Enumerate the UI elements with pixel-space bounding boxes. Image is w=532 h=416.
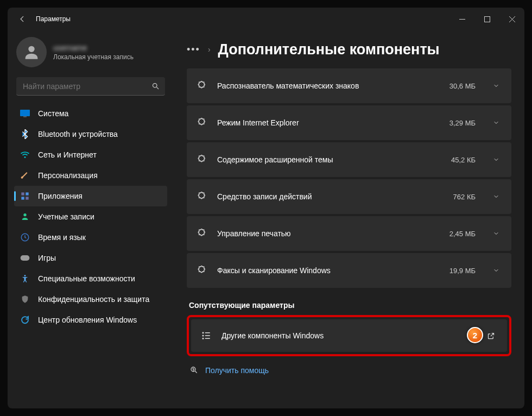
svg-point-16 <box>202 332 204 333</box>
more-windows-components[interactable]: Другие компоненты Windows <box>191 319 507 352</box>
sidebar-item-label: Bluetooth и устройства <box>38 130 118 138</box>
component-label: Средство записи действий <box>217 192 444 201</box>
component-size: 19,9 МБ <box>449 267 476 275</box>
sidebar-item-8[interactable]: Специальные возможности <box>14 268 167 289</box>
sidebar-item-label: Время и язык <box>38 233 86 242</box>
svg-rect-1 <box>484 16 490 22</box>
svg-point-18 <box>202 335 204 336</box>
svg-line-4 <box>156 87 159 89</box>
svg-point-2 <box>28 46 34 52</box>
sidebar-item-6[interactable]: Время и язык <box>14 227 167 248</box>
bluetooth-icon <box>20 129 30 140</box>
svg-rect-8 <box>21 192 24 195</box>
sidebar-item-9[interactable]: Конфиденциальность и защита <box>14 289 167 310</box>
account-name: username <box>53 43 134 52</box>
brush-icon <box>20 170 30 181</box>
settings-window: Параметры username Локальная учетная зап… <box>8 8 524 408</box>
svg-rect-11 <box>26 197 28 199</box>
annotation-badge: 2 <box>467 327 483 343</box>
component-row[interactable]: Режим Internet Explorer 3,29 МБ <box>187 105 511 140</box>
sidebar: username Локальная учетная запись Систем… <box>8 30 174 408</box>
sidebar-item-label: Учетные записи <box>38 212 94 221</box>
sidebar-item-label: Сеть и Интернет <box>38 150 97 159</box>
back-button[interactable] <box>14 15 30 23</box>
breadcrumb-more[interactable]: ••• <box>187 44 200 55</box>
puzzle-icon <box>197 265 207 276</box>
accessibility-icon <box>20 273 30 284</box>
sidebar-item-2[interactable]: Сеть и Интернет <box>14 144 167 165</box>
component-size: 762 КБ <box>453 193 476 201</box>
component-size: 3,29 МБ <box>449 119 476 127</box>
svg-point-15 <box>24 275 26 276</box>
chevron-down-icon <box>493 230 499 237</box>
sidebar-item-label: Конфиденциальность и защита <box>38 295 149 304</box>
sidebar-item-label: Игры <box>38 254 56 262</box>
app-title: Параметры <box>36 15 71 23</box>
help-icon <box>190 366 199 375</box>
maximize-button[interactable] <box>474 8 499 30</box>
puzzle-icon <box>197 228 207 239</box>
component-size: 45,2 КБ <box>451 156 476 164</box>
system-icon <box>20 108 30 119</box>
window-controls <box>449 8 524 30</box>
account-block[interactable]: username Локальная учетная запись <box>11 33 170 75</box>
svg-point-7 <box>24 156 26 158</box>
apps-icon <box>20 191 30 201</box>
chevron-down-icon <box>493 267 499 274</box>
clock-globe-icon <box>20 232 30 243</box>
sidebar-item-1[interactable]: Bluetooth и устройства <box>14 124 167 144</box>
search-icon <box>151 82 160 90</box>
minimize-button[interactable] <box>449 8 474 30</box>
annotation-highlight: Другие компоненты Windows 2 <box>187 315 511 356</box>
component-label: Управление печатью <box>217 229 440 238</box>
component-row[interactable]: Управление печатью 2,45 МБ <box>187 216 511 251</box>
chevron-down-icon <box>493 119 499 126</box>
component-row[interactable]: Распознаватель математических знаков 30,… <box>187 68 511 103</box>
search-field[interactable] <box>23 82 151 91</box>
svg-rect-10 <box>21 197 24 199</box>
puzzle-icon <box>197 191 207 202</box>
svg-point-12 <box>23 213 26 216</box>
nav: СистемаBluetooth и устройстваСеть и Инте… <box>11 103 170 330</box>
gamepad-icon <box>20 253 30 263</box>
component-label: Содержимое расширенной темы <box>217 155 441 164</box>
sidebar-item-label: Система <box>38 109 68 118</box>
sidebar-item-label: Центр обновления Windows <box>38 316 137 324</box>
related-section-title: Сопутствующие параметры <box>189 301 511 310</box>
component-size: 2,45 МБ <box>449 230 476 238</box>
component-row[interactable]: Факсы и сканирование Windows 19,9 МБ <box>187 253 511 288</box>
sidebar-item-4[interactable]: Приложения <box>14 186 167 206</box>
sidebar-item-5[interactable]: Учетные записи <box>14 206 167 227</box>
svg-rect-9 <box>26 192 28 195</box>
sidebar-item-7[interactable]: Игры <box>14 248 167 268</box>
component-size: 30,6 МБ <box>449 82 476 90</box>
chevron-down-icon <box>493 193 499 200</box>
account-subtitle: Локальная учетная запись <box>53 53 134 61</box>
component-label: Режим Internet Explorer <box>217 118 440 127</box>
sidebar-item-3[interactable]: Персонализация <box>14 165 167 186</box>
puzzle-icon <box>197 117 207 128</box>
help-link[interactable]: Получить помощь <box>205 366 269 375</box>
component-label: Факсы и сканирование Windows <box>217 266 440 275</box>
svg-rect-5 <box>20 110 30 116</box>
chevron-down-icon <box>493 83 499 89</box>
shield-icon <box>20 294 30 305</box>
titlebar: Параметры <box>8 8 524 30</box>
chevron-down-icon <box>493 156 499 163</box>
help-row[interactable]: Получить помощь <box>190 366 511 375</box>
person-icon <box>20 211 30 222</box>
sidebar-item-0[interactable]: Система <box>14 103 167 124</box>
wifi-icon <box>20 149 30 160</box>
svg-point-23 <box>193 371 194 371</box>
sidebar-item-label: Персонализация <box>38 171 98 180</box>
sidebar-item-label: Специальные возможности <box>38 274 135 283</box>
component-row[interactable]: Средство записи действий 762 КБ <box>187 179 511 214</box>
sidebar-item-10[interactable]: Центр обновления Windows <box>14 310 167 330</box>
search-input[interactable] <box>16 77 165 96</box>
close-button[interactable] <box>499 8 524 30</box>
component-list: Распознаватель математических знаков 30,… <box>187 68 511 288</box>
component-label: Распознаватель математических знаков <box>217 81 440 90</box>
svg-point-3 <box>153 84 157 88</box>
component-row[interactable]: Содержимое расширенной темы 45,2 КБ <box>187 142 511 177</box>
chevron-right-icon: › <box>208 45 211 54</box>
